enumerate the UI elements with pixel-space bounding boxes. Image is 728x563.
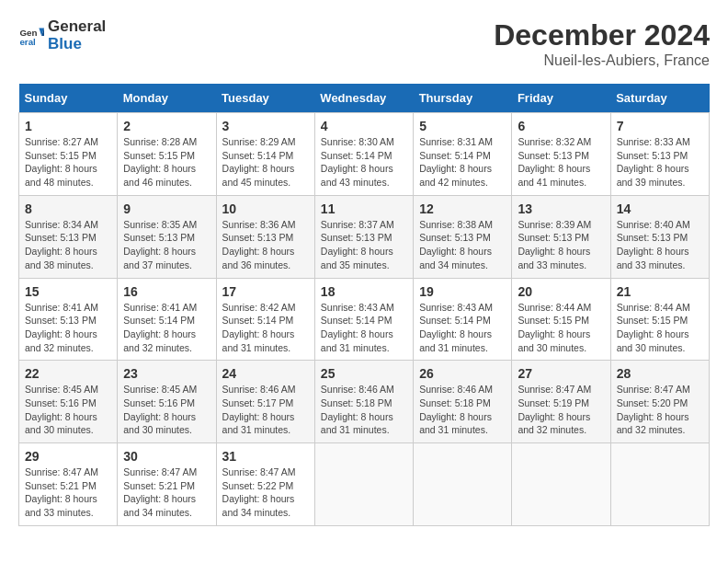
day-number: 1 bbox=[25, 119, 111, 133]
calendar-cell: 14Sunrise: 8:40 AMSunset: 5:13 PMDayligh… bbox=[610, 195, 709, 278]
day-detail: Sunrise: 8:47 AMSunset: 5:21 PMDaylight:… bbox=[25, 465, 111, 520]
calendar-cell: 17Sunrise: 8:42 AMSunset: 5:14 PMDayligh… bbox=[216, 278, 314, 361]
calendar-cell: 11Sunrise: 8:37 AMSunset: 5:13 PMDayligh… bbox=[314, 195, 413, 278]
calendar-body: 1Sunrise: 8:27 AMSunset: 5:15 PMDaylight… bbox=[19, 113, 710, 526]
day-number: 27 bbox=[518, 366, 604, 381]
day-detail: Sunrise: 8:42 AMSunset: 5:14 PMDaylight:… bbox=[222, 301, 309, 355]
calendar-cell: 4Sunrise: 8:30 AMSunset: 5:14 PMDaylight… bbox=[314, 113, 413, 196]
day-number: 26 bbox=[419, 366, 506, 381]
day-number: 20 bbox=[518, 284, 604, 299]
day-detail: Sunrise: 8:45 AMSunset: 5:16 PMDaylight:… bbox=[25, 383, 111, 437]
day-number: 17 bbox=[222, 284, 309, 299]
day-number: 9 bbox=[123, 201, 210, 216]
day-detail: Sunrise: 8:47 AMSunset: 5:21 PMDaylight:… bbox=[123, 465, 210, 520]
calendar-header-row: SundayMondayTuesdayWednesdayThursdayFrid… bbox=[19, 84, 710, 113]
day-detail: Sunrise: 8:43 AMSunset: 5:14 PMDaylight:… bbox=[419, 301, 506, 355]
calendar-cell: 13Sunrise: 8:39 AMSunset: 5:13 PMDayligh… bbox=[512, 195, 610, 278]
day-number: 4 bbox=[321, 119, 407, 133]
calendar-cell: 21Sunrise: 8:44 AMSunset: 5:15 PMDayligh… bbox=[610, 278, 709, 361]
day-number: 18 bbox=[321, 284, 407, 299]
day-number: 10 bbox=[222, 201, 309, 216]
day-number: 12 bbox=[419, 201, 506, 216]
day-detail: Sunrise: 8:47 AMSunset: 5:19 PMDaylight:… bbox=[518, 383, 604, 437]
day-detail: Sunrise: 8:41 AMSunset: 5:13 PMDaylight:… bbox=[25, 301, 111, 355]
calendar-cell bbox=[512, 443, 610, 526]
day-detail: Sunrise: 8:46 AMSunset: 5:18 PMDaylight:… bbox=[419, 383, 506, 437]
calendar-cell: 9Sunrise: 8:35 AMSunset: 5:13 PMDaylight… bbox=[118, 195, 216, 278]
calendar-cell: 20Sunrise: 8:44 AMSunset: 5:15 PMDayligh… bbox=[512, 278, 610, 361]
week-row-3: 15Sunrise: 8:41 AMSunset: 5:13 PMDayligh… bbox=[19, 278, 710, 361]
calendar-cell: 10Sunrise: 8:36 AMSunset: 5:13 PMDayligh… bbox=[216, 195, 314, 278]
calendar-cell: 1Sunrise: 8:27 AMSunset: 5:15 PMDaylight… bbox=[19, 113, 118, 196]
day-number: 30 bbox=[123, 449, 210, 464]
logo-line2: Blue bbox=[48, 36, 106, 53]
week-row-5: 29Sunrise: 8:47 AMSunset: 5:21 PMDayligh… bbox=[19, 443, 710, 526]
week-row-4: 22Sunrise: 8:45 AMSunset: 5:16 PMDayligh… bbox=[19, 361, 710, 443]
day-detail: Sunrise: 8:41 AMSunset: 5:14 PMDaylight:… bbox=[123, 301, 210, 355]
day-number: 25 bbox=[321, 366, 407, 381]
subtitle: Nueil-les-Aubiers, France bbox=[494, 52, 710, 69]
day-detail: Sunrise: 8:43 AMSunset: 5:14 PMDaylight:… bbox=[321, 301, 407, 355]
header-thursday: Thursday bbox=[414, 84, 512, 113]
day-detail: Sunrise: 8:34 AMSunset: 5:13 PMDaylight:… bbox=[25, 218, 111, 272]
day-detail: Sunrise: 8:47 AMSunset: 5:22 PMDaylight:… bbox=[222, 465, 309, 520]
logo-line1: General bbox=[48, 18, 106, 36]
calendar-cell: 24Sunrise: 8:46 AMSunset: 5:17 PMDayligh… bbox=[216, 361, 314, 443]
calendar-cell bbox=[414, 443, 512, 526]
calendar-cell: 23Sunrise: 8:45 AMSunset: 5:16 PMDayligh… bbox=[118, 361, 216, 443]
calendar-cell: 28Sunrise: 8:47 AMSunset: 5:20 PMDayligh… bbox=[610, 361, 709, 443]
day-number: 29 bbox=[25, 449, 111, 464]
calendar-cell: 16Sunrise: 8:41 AMSunset: 5:14 PMDayligh… bbox=[118, 278, 216, 361]
day-detail: Sunrise: 8:39 AMSunset: 5:13 PMDaylight:… bbox=[518, 218, 604, 272]
day-detail: Sunrise: 8:46 AMSunset: 5:17 PMDaylight:… bbox=[222, 383, 309, 437]
calendar-cell: 19Sunrise: 8:43 AMSunset: 5:14 PMDayligh… bbox=[414, 278, 512, 361]
header-friday: Friday bbox=[512, 84, 610, 113]
day-detail: Sunrise: 8:37 AMSunset: 5:13 PMDaylight:… bbox=[321, 218, 407, 272]
day-detail: Sunrise: 8:31 AMSunset: 5:14 PMDaylight:… bbox=[419, 135, 506, 190]
day-number: 23 bbox=[123, 366, 210, 381]
day-detail: Sunrise: 8:32 AMSunset: 5:13 PMDaylight:… bbox=[518, 135, 604, 190]
header-monday: Monday bbox=[118, 84, 216, 113]
day-detail: Sunrise: 8:46 AMSunset: 5:18 PMDaylight:… bbox=[321, 383, 407, 437]
day-number: 7 bbox=[617, 119, 703, 133]
day-detail: Sunrise: 8:45 AMSunset: 5:16 PMDaylight:… bbox=[123, 383, 210, 437]
header-tuesday: Tuesday bbox=[216, 84, 314, 113]
day-detail: Sunrise: 8:28 AMSunset: 5:15 PMDaylight:… bbox=[123, 135, 210, 190]
day-detail: Sunrise: 8:44 AMSunset: 5:15 PMDaylight:… bbox=[617, 301, 703, 355]
calendar-cell: 18Sunrise: 8:43 AMSunset: 5:14 PMDayligh… bbox=[314, 278, 413, 361]
day-number: 11 bbox=[321, 201, 407, 216]
day-number: 13 bbox=[518, 201, 604, 216]
day-detail: Sunrise: 8:36 AMSunset: 5:13 PMDaylight:… bbox=[222, 218, 309, 272]
day-detail: Sunrise: 8:38 AMSunset: 5:13 PMDaylight:… bbox=[419, 218, 506, 272]
day-number: 28 bbox=[617, 366, 703, 381]
calendar-cell: 12Sunrise: 8:38 AMSunset: 5:13 PMDayligh… bbox=[414, 195, 512, 278]
header-sunday: Sunday bbox=[19, 84, 118, 113]
day-number: 31 bbox=[222, 449, 309, 464]
calendar-cell: 25Sunrise: 8:46 AMSunset: 5:18 PMDayligh… bbox=[314, 361, 413, 443]
day-number: 8 bbox=[25, 201, 111, 216]
day-number: 16 bbox=[123, 284, 210, 299]
calendar-cell: 3Sunrise: 8:29 AMSunset: 5:14 PMDaylight… bbox=[216, 113, 314, 196]
day-number: 5 bbox=[419, 119, 506, 133]
calendar-table: SundayMondayTuesdayWednesdayThursdayFrid… bbox=[18, 84, 710, 526]
calendar-cell: 7Sunrise: 8:33 AMSunset: 5:13 PMDaylight… bbox=[610, 113, 709, 196]
title-area: December 2024 Nueil-les-Aubiers, France bbox=[494, 18, 710, 69]
day-detail: Sunrise: 8:47 AMSunset: 5:20 PMDaylight:… bbox=[617, 383, 703, 437]
day-number: 3 bbox=[222, 119, 309, 133]
day-number: 24 bbox=[222, 366, 309, 381]
logo: Gen eral General Blue bbox=[18, 18, 106, 52]
calendar-cell: 29Sunrise: 8:47 AMSunset: 5:21 PMDayligh… bbox=[19, 443, 118, 526]
day-detail: Sunrise: 8:44 AMSunset: 5:15 PMDaylight:… bbox=[518, 301, 604, 355]
calendar-cell: 8Sunrise: 8:34 AMSunset: 5:13 PMDaylight… bbox=[19, 195, 118, 278]
calendar-cell bbox=[314, 443, 413, 526]
week-row-2: 8Sunrise: 8:34 AMSunset: 5:13 PMDaylight… bbox=[19, 195, 710, 278]
day-detail: Sunrise: 8:35 AMSunset: 5:13 PMDaylight:… bbox=[123, 218, 210, 272]
day-number: 19 bbox=[419, 284, 506, 299]
calendar-cell: 6Sunrise: 8:32 AMSunset: 5:13 PMDaylight… bbox=[512, 113, 610, 196]
day-number: 2 bbox=[123, 119, 210, 133]
day-number: 21 bbox=[617, 284, 703, 299]
calendar-cell: 27Sunrise: 8:47 AMSunset: 5:19 PMDayligh… bbox=[512, 361, 610, 443]
day-number: 14 bbox=[617, 201, 703, 216]
header-saturday: Saturday bbox=[610, 84, 709, 113]
calendar-cell: 31Sunrise: 8:47 AMSunset: 5:22 PMDayligh… bbox=[216, 443, 314, 526]
